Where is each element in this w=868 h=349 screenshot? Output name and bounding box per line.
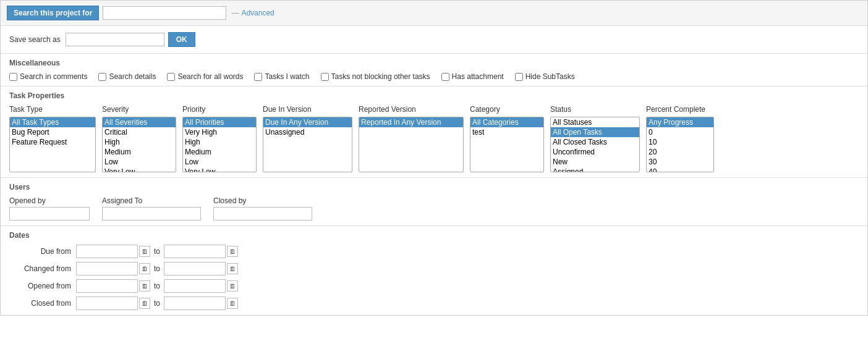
- prop-col-label-4: Reported Version: [359, 105, 464, 114]
- task-props-grid: Task TypeAll Task TypesBug ReportFeature…: [9, 105, 859, 172]
- cal-to-icon-0[interactable]: 🗓: [227, 246, 238, 257]
- date-to-label-3: to: [154, 299, 160, 308]
- main-container: Search this project for — Advanced Save …: [0, 0, 868, 316]
- date-row-label-3: Closed from: [9, 299, 71, 308]
- date-from-input-0[interactable]: [76, 245, 138, 258]
- date-from-input-2[interactable]: [76, 279, 138, 293]
- user-label-2: Closed by: [213, 196, 312, 205]
- prop-listbox-7[interactable]: Any Progress010203040: [646, 117, 714, 172]
- cb-attachment-label: Has attachment: [452, 72, 504, 81]
- date-from-input-1[interactable]: [76, 262, 138, 275]
- cb-attachment[interactable]: [441, 73, 449, 81]
- date-row-label-2: Opened from: [9, 282, 71, 290]
- cal-from-icon-2[interactable]: 🗓: [139, 280, 150, 292]
- date-row-0: Due from🗓to🗓: [9, 245, 859, 258]
- prop-col-label-2: Priority: [182, 105, 257, 114]
- cb-allwords-label: Search for all words: [177, 72, 243, 81]
- cb-watch[interactable]: [254, 73, 262, 81]
- prop-col-5: CategoryAll Categoriestest: [470, 105, 544, 172]
- prop-col-label-3: Due In Version: [263, 105, 352, 114]
- checkbox-item-cb-details: Search details: [98, 72, 156, 81]
- prop-col-label-5: Category: [470, 105, 544, 114]
- prop-col-4: Reported VersionReported In Any Version: [359, 105, 464, 172]
- miscellaneous-section: Miscellaneous Search in commentsSearch d…: [1, 54, 867, 86]
- checkbox-item-cb-attachment: Has attachment: [441, 72, 504, 81]
- cb-blocking-label: Tasks not blocking other tasks: [331, 72, 430, 81]
- search-bar: Search this project for — Advanced: [1, 1, 867, 26]
- prop-listbox-1[interactable]: All SeveritiesCriticalHighMediumLowVery …: [102, 117, 176, 172]
- save-search-label: Save search as: [9, 35, 61, 44]
- prop-listbox-4[interactable]: Reported In Any Version: [359, 117, 464, 172]
- prop-col-3: Due In VersionDue In Any VersionUnassign…: [263, 105, 352, 172]
- checkbox-item-cb-allwords: Search for all words: [167, 72, 243, 81]
- search-project-button[interactable]: Search this project for: [7, 6, 99, 20]
- prop-col-2: PriorityAll PrioritiesVery HighHighMediu…: [182, 105, 257, 172]
- search-input[interactable]: [103, 6, 226, 20]
- users-row: Opened byAssigned ToClosed by: [9, 196, 859, 221]
- user-label-1: Assigned To: [102, 196, 201, 205]
- prop-col-label-7: Percent Complete: [646, 105, 714, 114]
- cb-details-label: Search details: [109, 72, 156, 81]
- prop-col-1: SeverityAll SeveritiesCriticalHighMedium…: [102, 105, 176, 172]
- dates-title: Dates: [9, 231, 859, 240]
- prop-col-7: Percent CompleteAny Progress010203040: [646, 105, 714, 172]
- user-field-1: Assigned To: [102, 196, 201, 221]
- cb-comments-label: Search in comments: [20, 72, 87, 81]
- cb-blocking[interactable]: [321, 73, 329, 81]
- date-row-label-1: Changed from: [9, 264, 71, 273]
- date-row-2: Opened from🗓to🗓: [9, 279, 859, 293]
- cb-subtasks[interactable]: [515, 73, 523, 81]
- cb-watch-label: Tasks I watch: [265, 72, 309, 81]
- user-input-1[interactable]: [102, 207, 201, 221]
- user-field-2: Closed by: [213, 196, 312, 221]
- cal-from-icon-3[interactable]: 🗓: [139, 298, 150, 309]
- date-to-input-1[interactable]: [164, 262, 226, 275]
- task-properties-title: Task Properties: [9, 91, 859, 100]
- checkbox-item-cb-comments: Search in comments: [9, 72, 87, 81]
- prop-listbox-6[interactable]: All StatusesAll Open TasksAll Closed Tas…: [550, 117, 640, 172]
- prop-col-label-0: Task Type: [9, 105, 96, 114]
- user-input-2[interactable]: [213, 207, 312, 221]
- miscellaneous-title: Miscellaneous: [9, 59, 859, 67]
- cb-comments[interactable]: [9, 73, 17, 81]
- checkbox-item-cb-subtasks: Hide SubTasks: [515, 72, 575, 81]
- date-to-input-3[interactable]: [164, 296, 226, 310]
- date-row-3: Closed from🗓to🗓: [9, 296, 859, 310]
- prop-col-6: StatusAll StatusesAll Open TasksAll Clos…: [550, 105, 640, 172]
- cal-to-icon-2[interactable]: 🗓: [227, 280, 238, 292]
- date-to-label-2: to: [154, 282, 160, 290]
- task-properties-section: Task Properties Task TypeAll Task TypesB…: [1, 86, 867, 178]
- date-to-input-2[interactable]: [164, 279, 226, 293]
- date-to-label-0: to: [154, 247, 160, 256]
- cb-subtasks-label: Hide SubTasks: [525, 72, 575, 81]
- misc-row: Search in commentsSearch detailsSearch f…: [9, 72, 859, 81]
- cal-to-icon-3[interactable]: 🗓: [227, 298, 238, 309]
- user-field-0: Opened by: [9, 196, 90, 221]
- date-row-label-0: Due from: [9, 247, 71, 256]
- date-row-1: Changed from🗓to🗓: [9, 262, 859, 275]
- date-to-label-1: to: [154, 264, 160, 273]
- prop-listbox-2[interactable]: All PrioritiesVery HighHighMediumLowVery…: [182, 117, 257, 172]
- user-label-0: Opened by: [9, 196, 90, 205]
- advanced-link[interactable]: Advanced: [241, 9, 274, 17]
- cal-to-icon-1[interactable]: 🗓: [227, 263, 238, 274]
- prop-listbox-5[interactable]: All Categoriestest: [470, 117, 544, 172]
- advanced-separator: —: [231, 9, 239, 17]
- dates-section: Dates Due from🗓to🗓Changed from🗓to🗓Opened…: [1, 226, 867, 315]
- prop-listbox-3[interactable]: Due In Any VersionUnassigned: [263, 117, 352, 172]
- prop-col-label-6: Status: [550, 105, 640, 114]
- date-to-input-0[interactable]: [164, 245, 226, 258]
- user-input-0[interactable]: [9, 207, 90, 221]
- save-search-input[interactable]: [66, 33, 164, 46]
- cal-from-icon-0[interactable]: 🗓: [139, 246, 150, 257]
- checkbox-item-cb-watch: Tasks I watch: [254, 72, 309, 81]
- date-from-input-3[interactable]: [76, 296, 138, 310]
- prop-col-label-1: Severity: [102, 105, 176, 114]
- prop-listbox-0[interactable]: All Task TypesBug ReportFeature Request: [9, 117, 96, 172]
- cb-allwords[interactable]: [167, 73, 175, 81]
- dates-grid: Due from🗓to🗓Changed from🗓to🗓Opened from🗓…: [9, 245, 859, 310]
- users-title: Users: [9, 183, 859, 191]
- cb-details[interactable]: [98, 73, 106, 81]
- ok-button[interactable]: OK: [168, 32, 195, 47]
- cal-from-icon-1[interactable]: 🗓: [139, 263, 150, 274]
